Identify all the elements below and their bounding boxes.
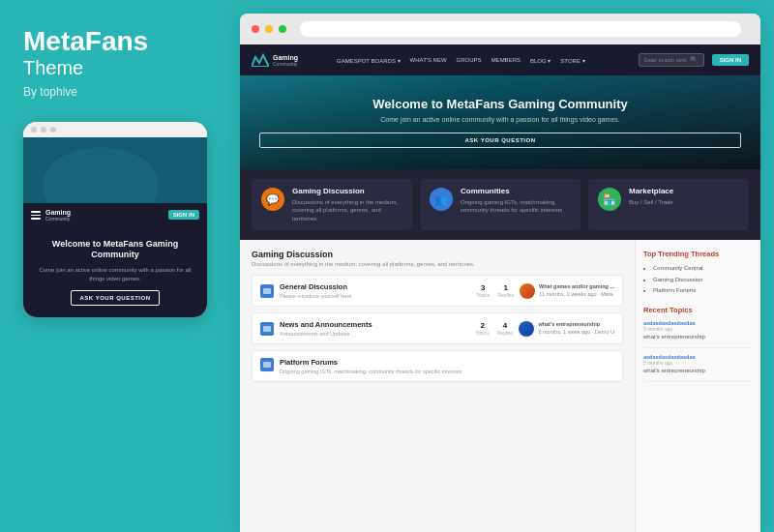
mobile-logo-main: Gaming	[45, 209, 71, 216]
hero-title: Welcome to MetaFans Gaming Community	[259, 97, 741, 111]
category-card-marketplace[interactable]: 🏪 Marketplace Buy / Sell / Trade	[588, 179, 749, 230]
content-left: Gaming Discussion Discussions of everyth…	[240, 240, 635, 532]
mobile-nav: Gaming Community SIGN IN	[23, 203, 207, 227]
browser-titlebar	[240, 14, 760, 44]
browser-mockup: Gaming Community GAMESPOT BOARDS ▾ WHAT'…	[240, 14, 760, 532]
trending-item-3[interactable]: Platform Forums	[653, 286, 753, 294]
mobile-dot-1	[31, 127, 37, 133]
nav-members[interactable]: MEMBERS	[491, 57, 521, 63]
forum-tagline-platform: Ongoing gaming IGTs, matchmaking, commun…	[280, 369, 614, 374]
nav-gamespot-boards[interactable]: GAMESPOT BOARDS ▾	[337, 57, 401, 64]
browser-close-dot[interactable]	[252, 25, 259, 33]
website-content: Gaming Community GAMESPOT BOARDS ▾ WHAT'…	[240, 44, 760, 532]
mobile-dots	[23, 122, 207, 137]
hero-cta-button[interactable]: ASK YOUR QUESTION	[259, 133, 741, 148]
browser-address-bar[interactable]	[300, 21, 741, 37]
main-content: Gaming Discussion Discussions of everyth…	[240, 240, 760, 532]
gaming-discussion-icon: 💬	[261, 188, 284, 211]
hamburger-icon[interactable]	[31, 211, 41, 220]
cat-desc-communities: Ongoing gaming IGTs, matchmaking, commun…	[461, 198, 571, 215]
last-post-news: what's entrepreneurship	[538, 321, 600, 327]
recent-text-2: what's entrepreneurship	[643, 368, 753, 375]
mobile-mockup: Gaming Community SIGN IN Welcome to Meta…	[23, 122, 207, 317]
search-bar[interactable]: Enter search term 🔍	[639, 53, 704, 67]
search-placeholder: Enter search term	[644, 57, 687, 63]
mobile-signin-button[interactable]: SIGN IN	[168, 210, 199, 220]
forum-name-general: General Discussion	[280, 282, 470, 291]
forum-name-news: News and Announcements	[280, 320, 470, 329]
recent-meta-1: 5 months ago	[643, 326, 753, 332]
replies-count-general: 1	[497, 283, 514, 292]
forum-tagline-news: Announcements and Updates	[280, 331, 470, 337]
trending-list: Community Central Gaming Discussion Plat…	[643, 264, 753, 294]
hero-subtitle: Come join an active online community wit…	[259, 116, 741, 123]
trending-item-1[interactable]: Community Central	[653, 264, 753, 272]
nav-blog[interactable]: BLOG ▾	[530, 57, 551, 64]
avatar-news	[519, 321, 534, 337]
category-card-communities[interactable]: 👥 Communities Ongoing gaming IGTs, match…	[420, 179, 580, 230]
forum-info-general: General Discussion Please introduce your…	[280, 282, 470, 299]
forum-stats-general: 3 Topics 1 Replies	[476, 283, 514, 298]
hero-section: Welcome to MetaFans Gaming Community Com…	[240, 75, 760, 169]
brand-subtitle: Theme	[23, 57, 217, 79]
mobile-tagline: Come join an active online community wit…	[33, 266, 197, 282]
trending-title: Top Trending Threads	[643, 250, 753, 258]
search-icon: 🔍	[690, 56, 699, 64]
trending-item-2[interactable]: Gaming Discussion	[653, 276, 753, 283]
mobile-dot-3	[50, 127, 56, 133]
recent-topic-2: asdasdasdasdasdas 5 months ago what's en…	[643, 354, 753, 382]
forum-row-general[interactable]: General Discussion Please introduce your…	[252, 275, 623, 307]
section-title: Gaming Discussion	[252, 250, 623, 259]
forum-name-platform: Platform Forums	[280, 358, 614, 367]
forum-icon-general	[260, 284, 274, 298]
last-post-general: What games and/or gaming ...	[539, 283, 614, 289]
forum-info-news: News and Announcements Announcements and…	[280, 320, 470, 337]
replies-count-news: 4	[497, 321, 514, 330]
mobile-hero-image	[23, 137, 207, 203]
nav-groups[interactable]: GROUPS	[457, 57, 482, 63]
svg-marker-0	[252, 55, 269, 67]
mobile-welcome-title: Welcome to MetaFans Gaming Community	[33, 239, 197, 261]
browser-minimize-dot[interactable]	[265, 25, 273, 33]
nav-whats-new[interactable]: WHAT'S NEW	[410, 57, 447, 63]
nav-items: GAMESPOT BOARDS ▾ WHAT'S NEW GROUPS MEMB…	[337, 57, 631, 64]
mobile-logo-sub: Community	[45, 216, 71, 222]
cat-title-marketplace: Marketplace	[629, 187, 673, 195]
section-desc: Discussions of everything in the medium,…	[252, 261, 623, 267]
left-panel: MetaFans Theme By tophive Gaming Communi…	[0, 0, 240, 532]
site-logo: Gaming Community	[252, 53, 329, 67]
logo-main-text: Gaming	[273, 54, 298, 61]
cat-desc-gaming: Discussions of everything in the medium,…	[292, 198, 402, 222]
mobile-nav-left: Gaming Community	[31, 209, 71, 222]
logo-icon	[252, 53, 269, 67]
logo-sub-text: Community	[273, 61, 298, 67]
forum-row-platform[interactable]: Platform Forums Ongoing gaming IGTs, mat…	[252, 350, 623, 382]
content-sidebar: Top Trending Threads Community Central G…	[635, 240, 760, 532]
signin-button[interactable]: SIGN IN	[712, 54, 749, 66]
topics-count-general: 3	[476, 283, 490, 292]
communities-icon: 👥	[430, 188, 453, 211]
mobile-body: Welcome to MetaFans Gaming Community Com…	[23, 227, 207, 317]
recent-meta-2: 5 months ago	[643, 360, 753, 366]
cat-desc-marketplace: Buy / Sell / Trade	[629, 198, 673, 206]
forum-icon-platform	[260, 358, 274, 371]
marketplace-icon: 🏪	[598, 188, 621, 211]
forum-stats-news: 2 Topics 4 Replies	[476, 321, 514, 336]
category-strip: 💬 Gaming Discussion Discussions of every…	[240, 169, 760, 240]
forum-tagline-general: Please introduce yourself here	[280, 293, 470, 299]
browser-maximize-dot[interactable]	[279, 25, 286, 33]
site-header: Gaming Community GAMESPOT BOARDS ▾ WHAT'…	[240, 44, 760, 75]
cat-title-communities: Communities	[461, 187, 571, 195]
forum-last-news: what's entrepreneurship 6 months, 1 week…	[519, 321, 614, 337]
forum-icon-news	[260, 322, 274, 336]
cat-title-gaming: Gaming Discussion	[292, 187, 402, 195]
mobile-ask-button[interactable]: ASK YOUR QUESTION	[71, 290, 159, 306]
nav-store[interactable]: STORE ▾	[560, 57, 584, 64]
brand-title: MetaFans	[23, 27, 217, 57]
mobile-dot-2	[41, 127, 46, 133]
last-meta-general: 11 months, 2 weeks ago · Meta	[539, 291, 612, 297]
forum-row-news[interactable]: News and Announcements Announcements and…	[252, 312, 623, 344]
last-meta-news: 6 months, 1 week ago · Demo U	[538, 329, 614, 335]
category-card-gaming-discussion[interactable]: 💬 Gaming Discussion Discussions of every…	[252, 179, 412, 230]
recent-text-1: what's entrepreneurship	[643, 334, 753, 341]
